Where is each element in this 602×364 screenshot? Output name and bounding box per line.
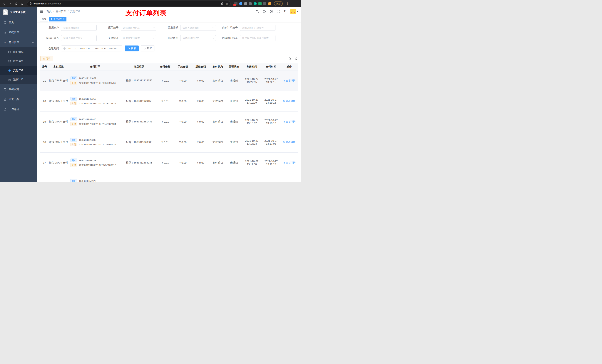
sidebar-item-infrastructure[interactable]: 基础设施 [0, 84, 37, 94]
chevron-down-icon [212, 37, 214, 39]
chevron-down-icon [153, 27, 155, 29]
address-bar[interactable]: localhost:1024/pay/order ☆ [27, 1, 231, 6]
help-icon[interactable] [270, 10, 273, 13]
magnifier-icon [283, 100, 285, 102]
app-id-select[interactable] [121, 25, 156, 31]
app-logo[interactable]: 芋道管理系统 [0, 7, 37, 17]
col-notify: 回调状态 [226, 63, 242, 70]
cell-channel: 微信 JSAPI 支付 [49, 152, 68, 173]
extension-icon[interactable]: 10 [234, 2, 237, 5]
refund-status-select[interactable] [180, 35, 216, 41]
search-button[interactable]: 搜索 [125, 45, 139, 52]
filter-label: 回调商户状态 [219, 36, 240, 40]
breadcrumb-separator: / [53, 10, 54, 13]
merchant-badge: 商户 [70, 117, 77, 121]
sidebar-item-merchant-info[interactable]: 商户信息 [0, 47, 37, 57]
merchant-input[interactable] [61, 25, 97, 31]
cell-paid [261, 173, 281, 182]
view-detail-link[interactable]: 查看详情 [283, 120, 295, 123]
font-size-icon[interactable]: TT [284, 10, 287, 13]
cell-refund: ¥ 0.00 [192, 111, 210, 132]
cell-refund: ¥ 0.00 [192, 91, 210, 111]
home-icon[interactable] [20, 1, 24, 6]
filter-notify-status: 回调商户状态 [219, 35, 279, 41]
extension-icon[interactable] [268, 2, 271, 5]
table-search-icon[interactable] [288, 57, 291, 60]
share-icon[interactable] [221, 2, 224, 5]
fullscreen-icon[interactable] [277, 10, 280, 13]
extension-icon[interactable] [258, 2, 262, 5]
tab-home[interactable]: 首页 [40, 17, 48, 21]
extensions-bar: 10 ✓ [234, 2, 271, 5]
github-icon[interactable] [263, 10, 266, 13]
tab-close-icon[interactable]: × [63, 18, 64, 20]
reload-icon[interactable] [14, 1, 19, 6]
view-detail-link[interactable]: 查看详情 [283, 100, 295, 103]
cell-status: 支付成功 [210, 152, 226, 173]
title-value: 1635311823086 [134, 141, 152, 144]
tab-label: 首页 [42, 17, 46, 21]
sidebar-item-refund-order[interactable]: 退款订单 [0, 75, 37, 84]
site-info-icon[interactable] [29, 2, 32, 5]
back-icon[interactable] [2, 1, 7, 6]
cell-created: 2021-10-27 13:19:09 [242, 91, 261, 111]
extension-icon[interactable] [239, 2, 242, 5]
magnifier-icon [283, 162, 285, 164]
cell-notify: 未通知 [226, 91, 242, 111]
cell-channel: 微信 JSAPI 支付 [49, 70, 68, 91]
cell-notify [226, 173, 242, 182]
caret-down-icon: ▾ [297, 10, 298, 13]
view-detail-link[interactable]: 查看详情 [283, 141, 295, 144]
cell-title: 标题：1635311881439 [122, 111, 156, 132]
puzzle-icon[interactable] [263, 2, 266, 5]
extension-icon[interactable] [249, 2, 252, 5]
channel-order-no-input[interactable] [61, 35, 97, 41]
magnifier-icon [283, 121, 285, 123]
browser-update-button[interactable]: 更新 [274, 1, 283, 6]
forward-icon[interactable] [8, 1, 13, 6]
user-menu[interactable]: ▾ [290, 9, 298, 14]
title-value: 1635311881439 [134, 120, 152, 123]
notify-status-select[interactable] [240, 35, 275, 41]
cell-fee: ¥ 0.00 [174, 111, 192, 132]
title-prefix: 标题： [126, 161, 134, 164]
sidebar-item-workflow[interactable]: 工作流程 [0, 104, 37, 114]
extension-check-icon[interactable]: ✓ [254, 2, 257, 5]
sidebar-item-pay-order[interactable]: 支付订单 [0, 66, 37, 75]
yen-icon: ¥ [4, 41, 7, 44]
view-detail-label: 查看详情 [286, 79, 295, 82]
bookmark-star-icon[interactable]: ☆ [226, 2, 228, 5]
breadcrumb-home[interactable]: 首页 [46, 10, 52, 13]
reset-button[interactable]: 重置 [141, 45, 155, 52]
pay-status-select[interactable] [121, 35, 156, 41]
sidebar-item-payment[interactable]: ¥ 支付管理 [0, 37, 37, 47]
export-button[interactable]: 导出 [40, 56, 53, 61]
breadcrumb-payment[interactable]: 支付管理 [56, 10, 66, 13]
col-created: 创建时间 [242, 63, 261, 70]
grid-icon [8, 60, 11, 63]
create-time-range-picker[interactable]: 2021-10-01 00:00:00 - 2021-10-31 23:59:5… [61, 45, 122, 52]
cell-id: 17 [40, 152, 49, 173]
sidebar-item-dev-tools[interactable]: 研发工具 [0, 94, 37, 104]
cell-fee: ¥ 0.00 [174, 91, 192, 111]
filter-label: 支付状态 [100, 36, 121, 40]
cell-title: 标题：1635311468233 [122, 152, 156, 173]
pay-order-no: 4200001173202110272847982104 [79, 123, 116, 125]
sidebar-item-system[interactable]: 系统管理 [0, 27, 37, 37]
view-detail-link[interactable]: 查看详情 [283, 79, 295, 82]
sidebar-item-home[interactable]: 首页 [0, 17, 37, 27]
browser-menu-icon[interactable]: ⋮ [285, 2, 290, 5]
extension-icon[interactable] [244, 2, 247, 5]
col-amount: 支付金额 [156, 63, 174, 70]
table-refresh-icon[interactable] [295, 57, 298, 60]
view-detail-link[interactable]: 查看详情 [283, 161, 295, 165]
cell-notify: 未通知 [226, 132, 242, 152]
sidebar-item-app-info[interactable]: 应用信息 [0, 57, 37, 66]
sidebar-toggle-icon[interactable] [40, 10, 43, 13]
channel-code-select[interactable] [180, 25, 216, 31]
cell-amount: ¥ 0.01 [156, 111, 174, 132]
search-icon[interactable] [256, 10, 259, 13]
merchant-order-no-input[interactable] [240, 25, 275, 31]
filter-label-create-time: 创建时间 [40, 47, 61, 50]
tab-pay-order[interactable]: 支付订单 × [49, 17, 66, 21]
